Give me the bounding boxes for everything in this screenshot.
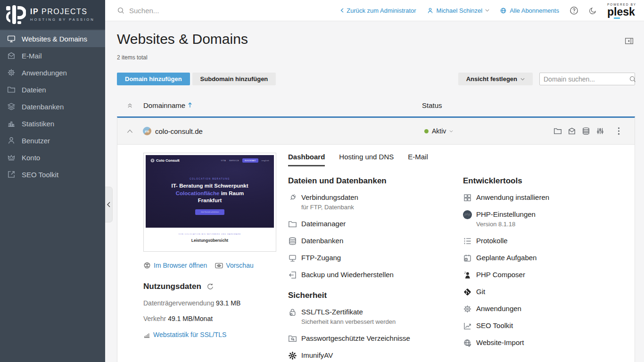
tab-email[interactable]: E-Mail (408, 153, 428, 166)
domain-card: co colo-consult.de Aktiv (117, 116, 635, 362)
status-badge[interactable]: Aktiv (424, 127, 453, 135)
add-domain-button[interactable]: Domain hinzufügen (117, 73, 190, 85)
items-total: 2 items total (117, 54, 635, 61)
sidebar-item-seo-toolkit[interactable]: SEO Toolkit (0, 166, 105, 183)
tool-datenbanken[interactable]: Datenbanken (288, 236, 463, 246)
domain-dashboard: Dashboard Hosting und DNS E-Mail Dateien… (288, 153, 625, 361)
webstat-link[interactable]: Webstatistik für SSL/TLS (143, 331, 276, 338)
site-tagline: COLOCATION BERATUNG (146, 178, 274, 180)
plesk-wordmark: plesk (607, 7, 636, 17)
backup-restore-icon (288, 271, 297, 280)
tool-subtitle: Version 8.1.18 (476, 220, 625, 229)
sidebar-item-benutzer[interactable]: Benutzer (0, 132, 105, 149)
set-view-button[interactable]: Ansicht festlegen (458, 73, 533, 85)
sidebar: IP PROJECTS HOSTING BY PASSION Websites … (0, 0, 105, 362)
toolbar: Domain hinzufügen Subdomain hinzufügen A… (117, 73, 635, 85)
sidebar-item-dateien[interactable]: Dateien (0, 81, 105, 98)
tool-passwortgeschuetzte-verzeichnisse[interactable]: Passwortgeschützte Verzeichnisse (288, 333, 463, 344)
globe-icon (500, 7, 507, 14)
lock-icon (288, 308, 297, 317)
tool-protokolle[interactable]: Protokolle (463, 236, 625, 246)
sidebar-collapse-handle[interactable] (105, 187, 113, 222)
tab-dashboard[interactable]: Dashboard (288, 153, 325, 166)
section-heading-security: Sicherheit (288, 291, 463, 300)
help-icon[interactable] (570, 6, 578, 15)
sidebar-item-label: E-Mail (22, 52, 42, 60)
sidebar-item-konto[interactable]: Konto (0, 149, 105, 166)
tab-hosting-dns[interactable]: Hosting und DNS (339, 153, 394, 166)
site-nav-item: SERVICE (229, 159, 239, 162)
git-icon (463, 288, 472, 296)
tool-dateimanager[interactable]: Dateimanager (288, 219, 463, 229)
tool-verbindungsdaten[interactable]: Verbindungsdaten für FTP, Datenbank (288, 192, 463, 212)
domain-tabs: Dashboard Hosting und DNS E-Mail (288, 153, 625, 166)
tool-subtitle: Sicherheit kann verbessert werden (301, 317, 463, 327)
all-subscriptions-link[interactable]: Alle Abonnements (500, 7, 559, 14)
chevron-left-icon (340, 8, 344, 13)
disk-usage: Datenträgerverwendung 93.1 MB (143, 299, 276, 307)
mail-icon[interactable] (568, 127, 576, 135)
sidebar-item-anwendungen[interactable]: Anwendungen (0, 64, 105, 81)
tool-backup-wiederherstellen[interactable]: Backup und Wiederherstellen (288, 270, 463, 280)
sidebar-item-label: SEO Toolkit (22, 171, 58, 179)
globe-import-icon (463, 338, 472, 347)
collapse-row-icon[interactable] (127, 129, 133, 133)
kebab-menu-icon[interactable] (614, 127, 623, 135)
site-footer-heading: Leistungsübersicht (146, 238, 274, 243)
search-icon (117, 7, 125, 15)
sidebar-item-statistiken[interactable]: Statistiken (0, 115, 105, 132)
tool-geplante-aufgaben[interactable]: Geplante Aufgaben (463, 253, 625, 263)
refresh-icon[interactable] (206, 283, 214, 290)
ip-projects-logo[interactable]: IP PROJECTS HOSTING BY PASSION (0, 0, 105, 29)
cloud-icon (150, 158, 155, 163)
tool-ssl-zertifikate[interactable]: SSL/TLS-Zertifikate Sicherheit kann verb… (288, 307, 463, 327)
collapse-panel-icon[interactable] (625, 37, 634, 45)
sidebar-item-datenbanken[interactable]: Datenbanken (0, 98, 105, 115)
global-search-input[interactable] (129, 7, 271, 15)
column-domainname[interactable]: Domainname (143, 101, 192, 109)
sliders-icon[interactable] (596, 127, 604, 135)
global-search[interactable] (105, 7, 340, 15)
status-dot (424, 129, 429, 133)
seo-arrow-icon (7, 170, 16, 179)
logo-title: IP PROJECTS (30, 8, 95, 16)
domain-search-input[interactable] (544, 75, 629, 83)
database-icon[interactable] (582, 127, 590, 135)
back-to-administrator-link[interactable]: Zurück zum Administrator (340, 7, 416, 14)
tool-php-einstellungen[interactable]: php PHP-Einstellungen Version 8.1.18 (463, 209, 625, 229)
site-nav-lang: english (262, 159, 269, 162)
website-preview-thumbnail[interactable]: Colo Consult VITA SERVICE IN KONTAKT eng… (143, 153, 276, 252)
database-icon (288, 237, 297, 246)
domain-name-link[interactable]: colo-consult.de (155, 127, 203, 135)
sidebar-item-websites-domains[interactable]: Websites & Domains (0, 30, 105, 47)
plug-icon (288, 193, 297, 202)
preview-link[interactable]: Vorschau (215, 262, 253, 269)
add-subdomain-button[interactable]: Subdomain hinzufügen (192, 73, 276, 85)
dark-mode-moon-icon[interactable] (589, 7, 597, 15)
files-icon[interactable] (553, 127, 562, 135)
open-in-browser-link[interactable]: Im Browser öffnen (143, 262, 207, 269)
tool-imunifyav[interactable]: ImunifyAV (288, 350, 463, 361)
tool-anwendung-installieren[interactable]: Anwendung installieren (463, 192, 625, 203)
gear-icon (7, 68, 16, 77)
column-status: Status (422, 101, 442, 109)
domain-search (539, 73, 635, 85)
tool-git[interactable]: Git (463, 287, 625, 297)
crown-icon (7, 153, 16, 162)
section-heading-files: Dateien und Datenbanken (288, 176, 463, 186)
search-icon[interactable] (629, 75, 636, 83)
traffic-usage: Verkehr 49.1 MB/Monat (143, 315, 276, 322)
tool-subtitle: für FTP, Datenbank (301, 203, 463, 212)
sidebar-item-email[interactable]: E-Mail (0, 47, 105, 64)
ftp-monitor-icon (288, 254, 297, 263)
tool-ftp-zugang[interactable]: FTP-Zugang (288, 253, 463, 263)
tool-php-composer[interactable]: PHP Composer (463, 270, 625, 280)
tool-website-import[interactable]: Website-Import (463, 337, 625, 348)
composer-icon (463, 271, 472, 280)
tool-seo-toolkit[interactable]: SEO Toolkit (463, 321, 625, 331)
collapse-all-icon[interactable] (126, 102, 133, 109)
user-menu[interactable]: Michael Schinzel (427, 7, 490, 14)
domain-card-header: co colo-consult.de Aktiv (117, 118, 635, 145)
sidebar-item-label: Websites & Domains (22, 35, 87, 43)
tool-anwendungen[interactable]: Anwendungen (463, 304, 625, 314)
